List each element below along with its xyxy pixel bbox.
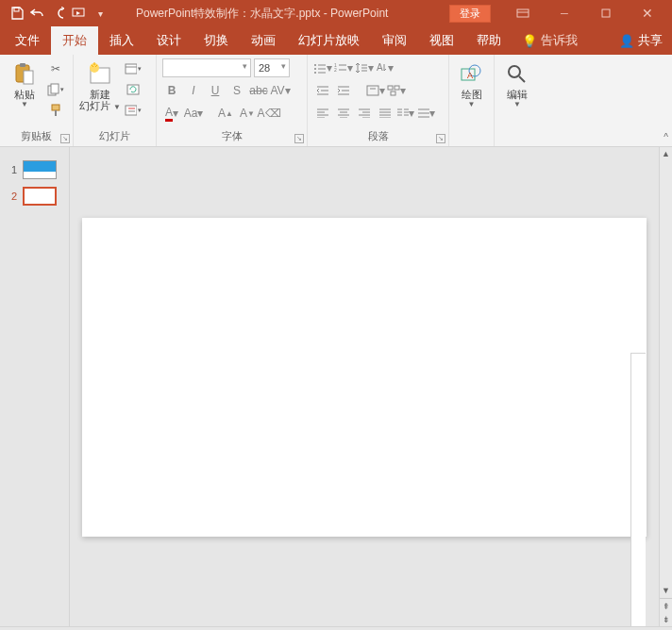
decrease-indent-button[interactable] <box>313 81 332 100</box>
align-center-button[interactable] <box>334 104 353 123</box>
align-text-button[interactable]: ▾ <box>366 81 385 100</box>
group-drawing: A 绘图 ▼ <box>449 55 495 146</box>
text-direction-button[interactable]: A▾ <box>376 58 395 77</box>
slide-number: 1 <box>8 164 17 175</box>
slide-thumbnail-2[interactable]: 2 <box>0 183 69 209</box>
paste-label: 粘贴 <box>14 89 35 100</box>
font-name-combo[interactable] <box>162 58 251 77</box>
font-color-button[interactable]: A▾ <box>162 104 181 123</box>
change-case-button[interactable]: Aa▾ <box>184 104 203 123</box>
char-spacing-button[interactable]: AV▾ <box>271 81 290 100</box>
svg-text:A: A <box>377 62 383 73</box>
close-icon[interactable]: ✕ <box>627 0 668 26</box>
distribute-button[interactable]: ▾ <box>417 104 436 123</box>
share-icon: 👤 <box>619 34 634 48</box>
cut-button[interactable]: ✂ <box>47 60 64 77</box>
svg-text:2: 2 <box>334 67 337 73</box>
grow-font-button[interactable]: A▲ <box>216 104 235 123</box>
save-icon[interactable] <box>9 6 25 21</box>
scroll-down-icon[interactable]: ▼ <box>660 584 672 597</box>
group-paragraph: ▾ 12▾ ▾ A▾ ▾ ▾ ▾ ▾ 段落 ↘ <box>308 55 449 146</box>
share-button[interactable]: 👤共享 <box>610 26 672 55</box>
slide-number: 2 <box>8 191 17 202</box>
copy-button[interactable]: ▾ <box>47 81 64 98</box>
align-right-button[interactable] <box>355 104 374 123</box>
ribbon-tabs: 文件 开始 插入 设计 切换 动画 幻灯片放映 审阅 视图 帮助 💡告诉我 👤共… <box>0 26 672 55</box>
chevron-down-icon: ▼ <box>468 100 476 108</box>
workspace: 1 2 ▲ ▼ ⇞ ⇟ <box>0 147 672 626</box>
align-left-button[interactable] <box>313 104 332 123</box>
section-button[interactable]: ▾ <box>125 102 142 119</box>
slide-thumbnail-1[interactable]: 1 <box>0 157 69 183</box>
svg-point-22 <box>314 68 316 70</box>
next-slide-icon[interactable]: ⇟ <box>660 613 672 626</box>
svg-rect-9 <box>51 84 59 93</box>
slide[interactable] <box>82 218 647 537</box>
dialog-launcher-icon[interactable]: ↘ <box>294 134 304 143</box>
tab-animations[interactable]: 动画 <box>240 26 287 55</box>
paste-icon <box>11 60 38 87</box>
tab-slideshow[interactable]: 幻灯片放映 <box>287 26 371 55</box>
prev-slide-icon[interactable]: ⇞ <box>660 600 672 613</box>
svg-rect-42 <box>388 86 393 90</box>
ribbon-display-icon[interactable] <box>502 0 544 26</box>
svg-text:A: A <box>467 71 473 80</box>
tab-insert[interactable]: 插入 <box>98 26 145 55</box>
scroll-track[interactable] <box>660 160 672 584</box>
columns-button[interactable]: ▾ <box>396 104 415 123</box>
bold-button[interactable]: B <box>162 81 181 100</box>
editing-button[interactable]: 编辑 ▼ <box>500 58 534 108</box>
slide-canvas-area[interactable] <box>70 147 659 626</box>
shadow-button[interactable]: S <box>227 81 246 100</box>
tell-me[interactable]: 💡告诉我 <box>512 26 587 55</box>
svg-rect-43 <box>395 86 399 90</box>
reset-button[interactable] <box>125 81 142 98</box>
dialog-launcher-icon[interactable]: ↘ <box>60 134 70 143</box>
slide-thumbnail-panel[interactable]: 1 2 <box>0 147 70 626</box>
paste-button[interactable]: 粘贴 ▼ <box>6 58 43 108</box>
group-label: 段落 <box>313 127 443 146</box>
new-slide-button[interactable]: 新建幻灯片 ▼ <box>79 58 121 113</box>
redo-icon[interactable] <box>51 6 66 21</box>
line-spacing-button[interactable]: ▾ <box>355 58 374 77</box>
minimize-icon[interactable]: ─ <box>544 0 585 26</box>
font-size-combo[interactable]: 28 <box>254 58 290 77</box>
tab-home[interactable]: 开始 <box>51 26 98 55</box>
dialog-launcher-icon[interactable]: ↘ <box>436 134 445 143</box>
chevron-down-icon: ▼ <box>513 100 521 108</box>
undo-icon[interactable] <box>30 6 45 21</box>
clear-formatting-button[interactable]: A⌫ <box>260 104 278 123</box>
qat-customize-icon[interactable]: ▾ <box>92 6 108 21</box>
svg-rect-2 <box>517 9 529 17</box>
tab-file[interactable]: 文件 <box>4 26 51 55</box>
tab-view[interactable]: 视图 <box>418 26 465 55</box>
underline-button[interactable]: U <box>206 81 225 100</box>
tab-design[interactable]: 设计 <box>145 26 193 55</box>
notes-panel[interactable] <box>630 353 646 626</box>
bullets-button[interactable]: ▾ <box>313 58 332 77</box>
tab-transitions[interactable]: 切换 <box>193 26 240 55</box>
scroll-up-icon[interactable]: ▲ <box>660 147 672 160</box>
numbering-button[interactable]: 12▾ <box>334 58 353 77</box>
italic-button[interactable]: I <box>184 81 203 100</box>
format-painter-button[interactable] <box>47 102 64 119</box>
login-button[interactable]: 登录 <box>449 5 491 23</box>
collapse-ribbon-icon[interactable]: ^ <box>664 132 668 142</box>
layout-button[interactable]: ▾ <box>125 60 142 77</box>
strikethrough-button[interactable]: abc <box>249 81 268 100</box>
tab-review[interactable]: 审阅 <box>371 26 418 55</box>
smartart-button[interactable]: ▾ <box>387 81 406 100</box>
maximize-icon[interactable] <box>585 0 627 26</box>
status-bar <box>0 626 672 630</box>
scissors-icon: ✂ <box>51 62 60 75</box>
shapes-icon: A <box>459 60 485 87</box>
shrink-font-button[interactable]: A▼ <box>238 104 257 123</box>
drawing-button[interactable]: A 绘图 ▼ <box>455 58 488 108</box>
justify-button[interactable] <box>376 104 395 123</box>
vertical-scrollbar[interactable]: ▲ ▼ ⇞ ⇟ <box>659 147 672 626</box>
share-label: 共享 <box>638 32 663 49</box>
svg-rect-10 <box>52 105 59 110</box>
tab-help[interactable]: 帮助 <box>465 26 512 55</box>
start-from-beginning-icon[interactable] <box>72 6 87 21</box>
increase-indent-button[interactable] <box>334 81 353 100</box>
